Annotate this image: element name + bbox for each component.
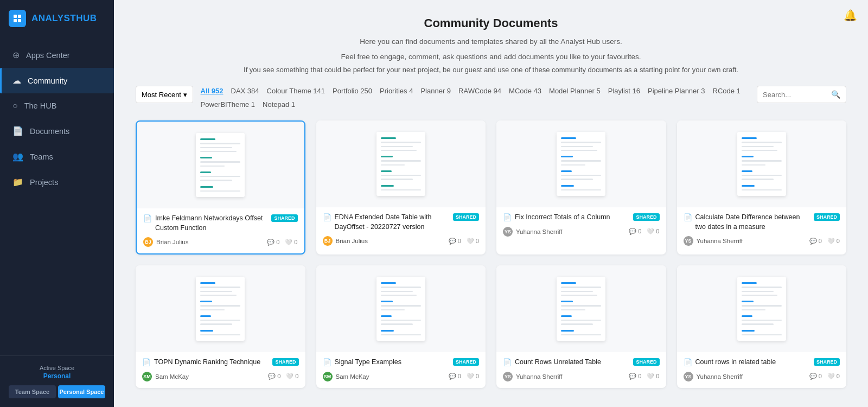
logo: ANALYSTHUB — [0, 0, 114, 37]
like-stat: 🤍 0 — [647, 373, 659, 380]
topbar: 🔔 — [844, 9, 857, 22]
team-space-button[interactable]: Team Space — [9, 385, 56, 398]
filter-tag-10[interactable]: Pipeline Planner 3 — [646, 86, 707, 96]
card-title: EDNA Extended Date Table with DayOffset … — [335, 213, 450, 232]
card-stats: 💬 0 🤍 0 — [449, 238, 479, 245]
avatar: YS — [503, 372, 513, 381]
sidebar-item-label-community: Community — [28, 77, 67, 85]
card-info: 📄 Imke Feldmann Networkdays Offset Custo… — [137, 208, 304, 253]
logo-hub: HUB — [76, 13, 97, 23]
doc-preview — [737, 132, 786, 196]
card-title: Count Rows Unrelated Table — [515, 358, 630, 367]
card-info: 📄 EDNA Extended Date Table with DayOffse… — [316, 207, 486, 252]
search-input[interactable] — [763, 91, 828, 99]
filter-bar: Most Recent ▾ All 952DAX 384Colour Theme… — [136, 86, 846, 110]
shared-badge: SHARED — [453, 358, 479, 366]
like-stat: 🤍 0 — [827, 373, 840, 380]
filter-tag-4[interactable]: Priorities 4 — [378, 86, 415, 96]
personal-space-button[interactable]: Personal Space — [58, 385, 105, 398]
sidebar-item-community[interactable]: ☁ Community — [0, 68, 114, 93]
filter-tag-7[interactable]: MCode 43 — [507, 86, 544, 96]
card-author-row: BJ Brian Julius 💬 0 🤍 0 — [323, 236, 480, 246]
author-name: Yuhanna Sherriff — [697, 373, 743, 380]
card-author-row: SM Sam McKay 💬 0 🤍 0 — [323, 372, 480, 381]
filter-tag-9[interactable]: Playlist 16 — [606, 86, 642, 96]
card-preview — [496, 265, 666, 352]
filter-tag-6[interactable]: RAWCode 94 — [456, 86, 503, 96]
sidebar-item-teams[interactable]: 👥 Teams — [0, 144, 114, 169]
main-content: 🔔 Community Documents Here you can find … — [114, 0, 868, 407]
sidebar-item-the-hub[interactable]: ○ The HUB — [0, 93, 114, 118]
sidebar-item-apps-center[interactable]: ⊕ Apps Center — [0, 42, 114, 68]
sidebar-item-projects[interactable]: 📁 Projects — [0, 169, 114, 195]
author-name: Yuhanna Sherriff — [516, 373, 562, 380]
avatar: YS — [684, 236, 693, 246]
author-info: SM Sam McKay — [142, 372, 189, 381]
doc-preview — [557, 132, 605, 196]
filter-tag-11[interactable]: RCode 1 — [711, 86, 743, 96]
card-card-1[interactable]: 📄 Imke Feldmann Networkdays Offset Custo… — [136, 120, 305, 255]
sidebar-nav: ⊕ Apps Center☁ Community○ The HUB📄 Docum… — [0, 37, 114, 355]
shared-badge: SHARED — [633, 213, 659, 221]
avatar: YS — [684, 372, 693, 381]
sort-dropdown[interactable]: Most Recent ▾ — [136, 86, 193, 103]
filter-tag-0[interactable]: All 952 — [199, 86, 226, 96]
card-title: Calculate Date Difference between two da… — [695, 213, 810, 232]
like-stat: 🤍 0 — [467, 238, 479, 245]
card-title-row: 📄 TOPN Dynamic Ranking Technique SHARED — [142, 358, 299, 367]
card-card-6[interactable]: 📄 Signal Type Examples SHARED SM Sam McK… — [316, 265, 486, 388]
document-icon: 📄 — [684, 358, 692, 366]
card-title: Imke Feldmann Networkdays Offset Custom … — [155, 214, 268, 233]
document-icon: 📄 — [684, 213, 692, 221]
filter-tag-8[interactable]: Model Planner 5 — [547, 86, 603, 96]
avatar: BJ — [323, 236, 333, 246]
filter-tag-3[interactable]: Portfolio 250 — [330, 86, 374, 96]
author-info: SM Sam McKay — [323, 372, 369, 381]
author-name: Brian Julius — [156, 239, 188, 245]
sidebar-item-documents[interactable]: 📄 Documents — [0, 118, 114, 144]
active-space-name: Personal — [9, 372, 105, 380]
filter-tag-13[interactable]: Notepad 1 — [260, 99, 297, 110]
bell-icon[interactable]: 🔔 — [844, 9, 857, 22]
logo-analyst: ANALYST — [31, 13, 76, 23]
sidebar-item-label-the-hub: The HUB — [24, 101, 57, 110]
doc-preview — [557, 277, 605, 341]
card-card-3[interactable]: 📄 Fix Incorrect Totals of a Column SHARE… — [496, 120, 666, 255]
card-stats: 💬 0 🤍 0 — [809, 238, 840, 245]
author-name: Yuhanna Sherriff — [697, 238, 743, 244]
card-stats: 💬 0 🤍 0 — [629, 228, 659, 235]
card-author-row: YS Yuhanna Sherriff 💬 0 🤍 0 — [503, 372, 660, 381]
card-info: 📄 Calculate Date Difference between two … — [677, 207, 847, 252]
logo-icon — [9, 10, 26, 27]
svg-rect-3 — [18, 19, 21, 22]
projects-icon: 📁 — [12, 177, 23, 187]
card-card-4[interactable]: 📄 Calculate Date Difference between two … — [677, 120, 847, 255]
community-icon: ☁ — [12, 75, 21, 86]
shared-badge: SHARED — [633, 358, 659, 366]
shared-badge: SHARED — [272, 358, 298, 366]
card-card-8[interactable]: 📄 Count rows in related table SHARED YS … — [677, 265, 847, 388]
card-author-row: BJ Brian Julius 💬 0 🤍 0 — [143, 237, 298, 247]
card-card-7[interactable]: 📄 Count Rows Unrelated Table SHARED YS Y… — [496, 265, 666, 388]
card-stats: 💬 0 🤍 0 — [629, 373, 659, 380]
sidebar-item-label-apps-center: Apps Center — [26, 51, 70, 60]
card-card-5[interactable]: 📄 TOPN Dynamic Ranking Technique SHARED … — [136, 265, 305, 388]
sidebar-footer: Active Space Personal Team Space Persona… — [0, 355, 114, 407]
page-subtitle-1: Here you can find documents and template… — [136, 36, 846, 48]
filter-tag-5[interactable]: Planner 9 — [418, 86, 453, 96]
card-preview — [677, 265, 847, 352]
author-info: YS Yuhanna Sherriff — [684, 236, 743, 246]
card-preview — [316, 120, 486, 207]
filter-tag-1[interactable]: DAX 384 — [229, 86, 261, 96]
filter-tag-12[interactable]: PowerBITheme 1 — [199, 99, 257, 110]
comment-stat: 💬 0 — [449, 373, 461, 380]
filter-tag-2[interactable]: Colour Theme 141 — [265, 86, 327, 96]
card-info: 📄 TOPN Dynamic Ranking Technique SHARED … — [136, 352, 305, 388]
space-toggle: Team Space Personal Space — [9, 385, 105, 398]
card-stats: 💬 0 🤍 0 — [809, 373, 840, 380]
card-card-2[interactable]: 📄 EDNA Extended Date Table with DayOffse… — [316, 120, 486, 255]
card-preview — [136, 265, 305, 352]
document-icon: 📄 — [503, 358, 512, 366]
card-info: 📄 Count rows in related table SHARED YS … — [677, 352, 847, 388]
avatar: SM — [323, 372, 333, 381]
